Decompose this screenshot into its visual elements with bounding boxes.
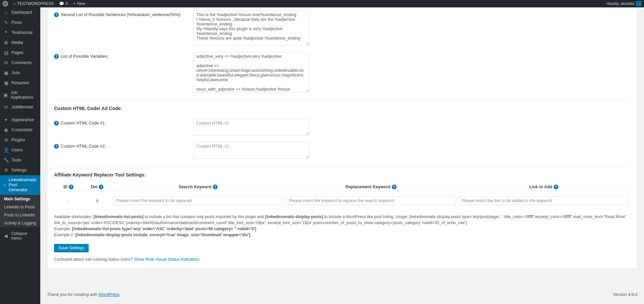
input-search-keyword[interactable] bbox=[113, 196, 283, 205]
textarea-second-sentences[interactable] bbox=[193, 10, 309, 46]
sidebar-item-posts[interactable]: ✎Posts bbox=[0, 17, 40, 28]
sidebar-item-users[interactable]: 👤Users bbox=[0, 145, 40, 155]
sidebar-item-tools[interactable]: 🔧Tools bbox=[0, 155, 40, 165]
new-label: New bbox=[77, 1, 85, 6]
label-variables: List of Possible Variables: bbox=[61, 54, 108, 59]
sidebar-item-linkedinomatic[interactable]: in Linkedinomatic Post Generator bbox=[0, 175, 40, 195]
sidebar-current-label: Linkedinomatic Post Generator bbox=[9, 178, 37, 193]
sidebar-item-jobmonster[interactable]: mJobMonster bbox=[0, 102, 40, 112]
menu-label: Testimonial bbox=[11, 30, 33, 35]
sidebar-item-testimonial[interactable]: ❝Testimonial bbox=[0, 28, 40, 38]
linkedin-icon: in bbox=[3, 183, 6, 188]
show-rule-indicators-link[interactable]: Show Rule Visual Status Indicators: bbox=[134, 257, 200, 262]
divider bbox=[54, 99, 630, 100]
sidebar-item-comments[interactable]: ✉Comments bbox=[0, 58, 40, 68]
menu-label: Comments bbox=[11, 60, 32, 65]
menu-icon: ▣ bbox=[3, 92, 8, 98]
help-icon[interactable]: ? bbox=[54, 54, 59, 59]
plus-icon: + bbox=[73, 1, 75, 6]
help-icon[interactable]: ? bbox=[554, 185, 558, 189]
input-replacement-keyword[interactable] bbox=[286, 196, 456, 205]
cell-id: - bbox=[54, 192, 83, 210]
sidebar-item-settings[interactable]: ⚙Settings bbox=[0, 165, 40, 175]
footer-wordpress-link[interactable]: WordPress bbox=[99, 292, 120, 297]
sidebar-item-media[interactable]: ✿Media bbox=[0, 38, 40, 48]
help-icon[interactable]: ? bbox=[54, 12, 59, 17]
help-icon[interactable]: ? bbox=[392, 185, 397, 189]
menu-icon: ✿ bbox=[3, 40, 9, 45]
collapse-icon: ◀ bbox=[3, 233, 8, 239]
menu-icon: ⚙ bbox=[3, 167, 9, 173]
menu-icon: ✉ bbox=[3, 60, 9, 65]
row-custom-html-2: ? Custom HTML Code #2: bbox=[54, 139, 630, 162]
account-link[interactable]: Howdy, skisded bbox=[606, 1, 641, 6]
sidebar-item-pages[interactable]: ▤Pages bbox=[0, 48, 40, 58]
help-icon[interactable]: ? bbox=[69, 185, 74, 189]
admin-toolbar: W ⌂TESTWORDPRESS 💬0 +New Howdy, skisded bbox=[0, 0, 644, 7]
menu-icon: ❝ bbox=[3, 30, 9, 35]
help-icon[interactable]: ? bbox=[213, 185, 218, 189]
menu-icon: ⌂ bbox=[3, 10, 9, 15]
site-name-text: TESTWORDPRESS bbox=[17, 1, 54, 6]
menu-icon: 🔧 bbox=[3, 157, 9, 163]
menu-label: Resumes bbox=[11, 81, 29, 85]
main-content: ? Second List of Possible Sentences (%%r… bbox=[40, 7, 644, 289]
save-settings-button[interactable]: Save Settings bbox=[54, 244, 89, 252]
submenu-item-activity-&-logging[interactable]: Activity & Logging bbox=[0, 219, 40, 227]
submenu-item-linkedin-to-posts[interactable]: LinkedIn to Posts bbox=[0, 203, 40, 211]
sidebar-item-dashboard[interactable]: ⌂Dashboard bbox=[0, 7, 40, 17]
sidebar-item-customizer[interactable]: ◉Customizer bbox=[0, 125, 40, 135]
menu-label: Customizer bbox=[11, 128, 33, 132]
textarea-custom-html-1[interactable] bbox=[193, 119, 309, 136]
comments-link[interactable]: 💬0 bbox=[59, 1, 68, 6]
sidebar-item-job-applications[interactable]: ▣Job Applications bbox=[0, 88, 40, 102]
label-custom-html-1: Custom HTML Code #1: bbox=[61, 121, 106, 125]
avatar-icon bbox=[636, 1, 641, 6]
footer-version: Version 4.9.4 bbox=[613, 292, 637, 297]
sidebar-item-jobs[interactable]: ▣Jobs bbox=[0, 68, 40, 78]
site-name-link[interactable]: ⌂TESTWORDPRESS bbox=[13, 1, 54, 6]
help-icon[interactable]: ? bbox=[54, 121, 59, 125]
comment-icon: 💬 bbox=[59, 1, 64, 6]
menu-icon: ▤ bbox=[3, 50, 9, 55]
input-link[interactable] bbox=[459, 196, 629, 205]
menu-label: Job Applications bbox=[11, 90, 37, 100]
submenu-item-posts-to-linkedin[interactable]: Posts to LinkedIn bbox=[0, 211, 40, 219]
collapse-label: Collapse menu bbox=[11, 231, 37, 241]
table-row: - X bbox=[54, 192, 630, 210]
affiliate-table: ID? Del? Search Keyword? Replacement Key… bbox=[54, 183, 630, 210]
help-icon[interactable]: ? bbox=[54, 144, 59, 149]
th-id: ID bbox=[63, 185, 68, 189]
heading-affiliate: Affiliate Keyword Replacer Tool Settings… bbox=[54, 172, 630, 178]
label-custom-html-2: Custom HTML Code #2: bbox=[61, 144, 106, 149]
howdy-text: Howdy, skisded bbox=[606, 1, 634, 6]
menu-icon: 👤 bbox=[3, 147, 9, 153]
textarea-variables[interactable] bbox=[193, 52, 309, 92]
menu-label: Tools bbox=[11, 158, 21, 162]
table-header-row: ID? Del? Search Keyword? Replacement Key… bbox=[54, 183, 630, 192]
shortcode-help-text: Available shortcodes: [linkedinomatic-li… bbox=[54, 214, 630, 238]
admin-sidebar: ⌂Dashboard✎Posts❝Testimonial✿Media▤Pages… bbox=[0, 7, 40, 300]
menu-label: Posts bbox=[11, 20, 22, 25]
menu-label: Plugins bbox=[11, 138, 25, 142]
help-icon[interactable]: ? bbox=[99, 185, 103, 189]
cell-del[interactable]: X bbox=[83, 192, 112, 210]
menu-icon: ⚙ bbox=[3, 137, 9, 143]
sidebar-item-appearance[interactable]: ✦Appearance bbox=[0, 115, 40, 125]
menu-label: Pages bbox=[11, 50, 23, 55]
collapse-menu-button[interactable]: ◀ Collapse menu bbox=[0, 229, 40, 243]
home-icon: ⌂ bbox=[13, 1, 15, 6]
sidebar-item-resumes[interactable]: ▣Resumes bbox=[0, 78, 40, 88]
menu-label: Media bbox=[11, 40, 23, 45]
textarea-custom-html-2[interactable] bbox=[193, 142, 309, 159]
wp-logo[interactable]: W bbox=[3, 1, 8, 6]
th-search: Search Keyword bbox=[179, 185, 212, 189]
row-variables: ? List of Possible Variables: bbox=[54, 49, 630, 96]
menu-label: Jobs bbox=[11, 70, 20, 75]
sidebar-item-plugins[interactable]: ⚙Plugins bbox=[0, 135, 40, 145]
new-content-link[interactable]: +New bbox=[73, 1, 85, 6]
heading-custom-html: Custom HTML Code/ Ad Code: bbox=[54, 106, 630, 111]
submenu-item-main-settings[interactable]: Main Settings bbox=[0, 195, 40, 203]
th-del: Del bbox=[91, 185, 97, 189]
row-custom-html-1: ? Custom HTML Code #1: bbox=[54, 116, 630, 139]
